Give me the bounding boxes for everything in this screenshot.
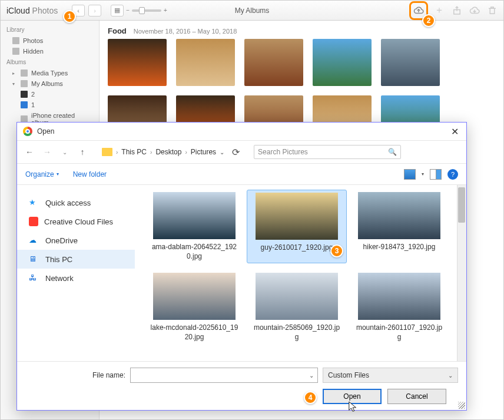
resize-grip[interactable] [458,402,465,409]
file-item[interactable]: ama-dablam-2064522_1920.jpg [144,190,244,263]
sidebar-item-album-2[interactable]: 2 [1,89,99,100]
sidebar-onedrive[interactable]: ☁OneDrive [17,231,135,250]
sidebar-item-album-1[interactable]: 1 [1,100,99,110]
breadcrumb[interactable]: › This PC › Desktop › Pictures [102,148,216,156]
file-item[interactable]: mountain-2585069_1920.jpg [247,270,347,344]
nav-forward-icon[interactable]: → [41,145,54,158]
sidebar-quick-access[interactable]: ★Quick access [17,193,135,212]
refresh-icon[interactable]: ⟳ [229,145,242,158]
download-cloud-icon[interactable] [468,4,481,17]
photo-thumbnail[interactable] [313,39,372,86]
nav-back-icon[interactable]: ← [23,145,36,158]
photo-thumbnail[interactable] [381,39,440,86]
photo-thumbnail[interactable] [108,39,167,86]
dialog-title: Open [37,127,54,135]
sidebar-item-photos[interactable]: Photos [1,35,99,46]
annotation-badge-4: 4 [304,391,317,404]
file-grid-area: ama-dablam-2064522_1920.jpg guy-2610017_… [135,185,466,361]
search-input[interactable]: Search Pictures 🔍 [254,145,401,159]
file-item[interactable]: hiker-918473_1920.jpg [349,190,449,263]
dialog-titlebar: Open ✕ [17,123,466,140]
nav-up-icon[interactable]: ↑ [76,145,89,158]
view-mode-icon[interactable] [404,169,416,180]
nav-recent-dropdown[interactable]: ⌄ [58,145,71,158]
new-folder-button[interactable]: New folder [73,170,107,178]
folder-icon [102,148,112,156]
sidebar-item-my-albums[interactable]: ▾My Albums [1,78,99,89]
file-name-label: File name: [25,371,125,379]
dialog-sidebar: ★Quick access Creative Cloud Files ☁OneD… [17,185,135,361]
view-mode-dropdown[interactable]: ▾ [422,171,424,177]
upload-icon[interactable] [412,4,425,17]
help-icon[interactable]: ? [447,169,458,180]
album-name: Food [108,27,127,35]
organize-menu[interactable]: Organize▾ [25,170,59,178]
app-title: iCloud Photos [6,6,58,15]
preview-pane-icon[interactable] [430,169,442,180]
file-item[interactable]: lake-mcdonald-2025610_1920.jpg [144,270,244,344]
add-icon[interactable]: ＋ [433,4,446,17]
photo-thumbnail[interactable] [244,39,303,86]
sidebar-creative-cloud[interactable]: Creative Cloud Files [17,212,135,231]
annotation-badge-1: 1 [63,10,76,23]
chrome-icon [23,127,32,136]
sidebar-network[interactable]: 🖧Network [17,269,135,287]
breadcrumb-segment[interactable]: Desktop [155,148,181,156]
close-button[interactable]: ✕ [449,125,460,137]
sidebar-section-library: Library [1,24,99,35]
nav-forward-button[interactable]: › [88,5,101,16]
album-date-range: November 18, 2016 – May 10, 2018 [134,28,237,35]
sidebar-item-hidden[interactable]: Hidden [1,46,99,57]
dialog-nav-bar: ← → ⌄ ↑ › This PC › Desktop › Pictures ⌄… [17,140,466,164]
grid-view-button[interactable]: ▦ [111,5,124,16]
delete-icon[interactable] [486,4,499,17]
location-label: My Albums [235,6,270,15]
file-name-input[interactable]: ⌄ [130,368,318,383]
photo-thumbnail[interactable] [176,39,235,86]
file-open-dialog: Open ✕ ← → ⌄ ↑ › This PC › Desktop › Pic… [16,122,467,411]
breadcrumb-dropdown[interactable]: ⌄ [220,149,224,156]
breadcrumb-segment[interactable]: Pictures [191,148,216,156]
mouse-cursor [348,401,359,414]
sidebar-item-media-types[interactable]: ▸Media Types [1,68,99,78]
zoom-slider[interactable] [132,9,161,12]
share-icon[interactable] [450,4,463,17]
breadcrumb-segment[interactable]: This PC [121,148,147,156]
scrollbar[interactable] [457,185,466,361]
annotation-badge-3: 3 [330,244,343,257]
dialog-toolbar: Organize▾ New folder ▾ ? [17,164,466,185]
dialog-footer: File name: ⌄ Custom Files⌄ Open Cancel [17,361,466,410]
file-type-filter[interactable]: Custom Files⌄ [323,368,458,383]
sidebar-this-pc[interactable]: 🖥This PC [17,250,135,269]
annotation-badge-2: 2 [422,14,435,27]
cancel-button[interactable]: Cancel [387,389,446,404]
sidebar-section-albums: Albums [1,57,99,68]
search-icon: 🔍 [388,148,397,156]
file-item[interactable]: mountain-2601107_1920.jpg [349,270,449,344]
